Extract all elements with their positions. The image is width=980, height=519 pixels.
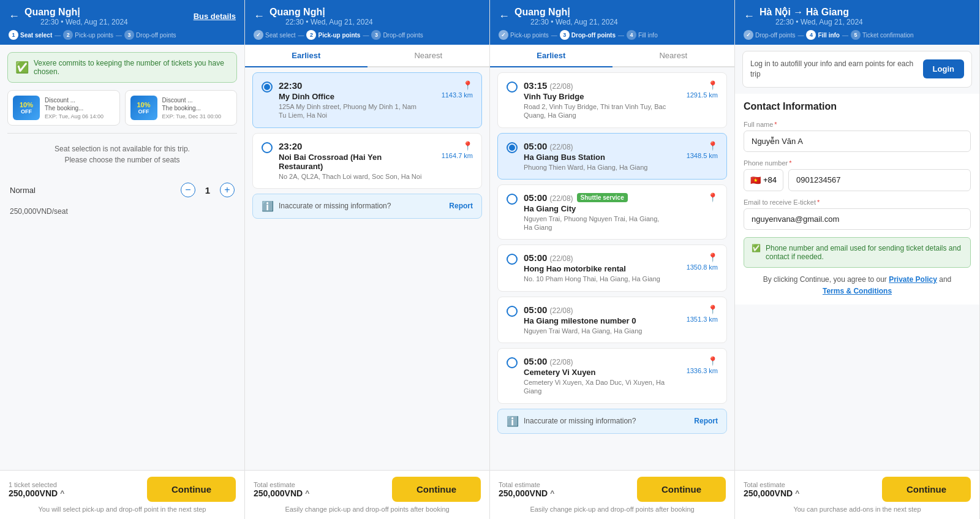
dropoff-item-5[interactable]: 05:00 (22/08) Cemetery Vi Xuyen Cemetery… (497, 348, 727, 404)
price-chevron-4[interactable]: ^ (795, 489, 799, 498)
panel-body-3: Earliest Nearest 03:15 (22/08) Vinh Tuy … (490, 45, 734, 470)
step-confirm: 5 Ticket confirmation (851, 30, 914, 40)
full-name-label: Full name * (744, 121, 971, 128)
dropoff-pin-5: 📍 (707, 356, 718, 366)
price-chevron-1[interactable]: ^ (60, 489, 64, 498)
email-field: Email to receive E-ticket * (744, 199, 971, 230)
back-arrow-2[interactable]: ← (254, 10, 265, 23)
dropoff-item-1[interactable]: 05:00 (22/08) Ha Giang Bus Station Phuon… (497, 133, 727, 180)
footer-note-1: You will select pick-up and drop-off poi… (9, 506, 236, 513)
step-done-pickup: ✓ Pick-up points (499, 30, 549, 40)
continue-btn-4[interactable]: Continue (882, 477, 971, 502)
continue-btn-1[interactable]: Continue (147, 477, 236, 502)
login-btn[interactable]: Login (923, 59, 964, 78)
location-item-0[interactable]: 22:30 My Dinh Office 125A My Dinh street… (252, 72, 482, 128)
trip-title-2: Quang Nghị (270, 6, 373, 18)
dropoff-pin-3: 📍 (707, 252, 718, 262)
dropoff-pin-4: 📍 (707, 305, 718, 314)
header-2: ← Quang Nghị 22:30 • Wed, Aug 21, 2024 ✓… (245, 0, 489, 45)
contact-title: Contact Information (744, 101, 971, 112)
dropoff-item-2[interactable]: 05:00 (22/08) Shuttle service Ha Giang C… (497, 184, 727, 240)
report-link-2[interactable]: Report (449, 202, 473, 210)
trip-title-1: Quang Nghị (24, 6, 128, 18)
price-chevron-3[interactable]: ^ (550, 489, 554, 498)
inaccurate-box-3: ℹ️ Inaccurate or missing information? Re… (497, 409, 727, 434)
info-icon-3: ℹ️ (507, 415, 519, 427)
dropoff-item-3[interactable]: 05:00 (22/08) Hong Hao motorbike rental … (497, 244, 727, 291)
continue-btn-3[interactable]: Continue (637, 477, 726, 502)
seat-controls: − 1 + (181, 183, 235, 197)
footer-label-2: Total estimate (254, 481, 309, 488)
seat-price: 250,000VND/seat (0, 205, 244, 223)
tab-nearest-2[interactable]: Nearest (368, 45, 490, 67)
footer-note-3: Easily change pick-up and drop-off point… (499, 506, 726, 513)
dropoff-pin-2: 📍 (707, 192, 718, 202)
header-1: ← Quang Nghị 22:30 • Wed, Aug 21, 2024 B… (0, 0, 244, 45)
loc-time-1: 23:20 (279, 141, 424, 151)
footer-price-4: 250,000VND (744, 488, 793, 498)
dropoff-item-4[interactable]: 05:00 (22/08) Ha Giang milestone number … (497, 297, 727, 343)
dropoff-pin-1: 📍 (707, 141, 718, 151)
discount-sub-2: The booking... (162, 104, 222, 112)
seat-decrease-btn[interactable]: − (181, 183, 195, 197)
inaccurate-text-2: Inaccurate or missing information? (279, 202, 391, 210)
tab-nearest-3[interactable]: Nearest (612, 45, 735, 67)
step-active-fill: 4 Fill info (806, 30, 840, 40)
phone-prefix[interactable]: 🇻🇳 +84 (744, 169, 783, 191)
back-arrow-1[interactable]: ← (9, 10, 20, 23)
dropoff-addr-1: Phuong Thien Ward, Ha Giang, Ha Giang (524, 163, 669, 172)
tab-earliest-2[interactable]: Earliest (245, 45, 368, 67)
dropoff-item-0[interactable]: 03:15 (22/08) Vinh Tuy Bridge Road 2, Vi… (497, 72, 727, 128)
footer-price-1: 250,000VND (9, 488, 58, 498)
check-icon-policy: ✅ (752, 244, 761, 252)
email-input[interactable] (744, 208, 971, 230)
step-done-dropoff: ✓ Drop-off points (744, 30, 795, 40)
location-item-1[interactable]: 23:20 Noi Bai Crossroad (Hai Yen Restaur… (252, 133, 482, 189)
step-done-seat: ✓ Seat select (254, 30, 295, 40)
seat-unavailable-msg: Seat selection is not available for this… (0, 134, 244, 175)
phone-label: Phone number * (744, 159, 971, 167)
full-name-input[interactable] (744, 131, 971, 152)
loc-addr-1: No 2A, QL2A, Thach Loi ward, Soc Son, Ha… (279, 172, 424, 181)
discount-card-2[interactable]: 10% OFF Discount ... The booking... EXP:… (125, 90, 238, 126)
trip-title-3: Quang Nghị (514, 6, 618, 18)
seat-type-label: Normal (10, 186, 36, 195)
footer-1: 1 ticket selected 250,000VND ^ Continue … (0, 470, 244, 519)
dropoff-name-4: Ha Giang milestone number 0 (524, 316, 669, 325)
dropoff-name-0: Vinh Tuy Bridge (524, 92, 669, 101)
dropoff-radio-5 (507, 357, 518, 368)
discount-exp-2: EXP: Tue, Dec 31 00:00 (162, 113, 222, 119)
dropoff-radio-3 (507, 254, 518, 265)
step-active-dropoff: 3 Drop-off points (560, 30, 616, 40)
footer-note-2: Easily change pick-up and drop-off point… (254, 506, 481, 513)
inaccurate-box-2: ℹ️ Inaccurate or missing information? Re… (252, 194, 482, 219)
dropoff-radio-2 (507, 194, 518, 205)
dropoff-dist-0: 1291.5 km (687, 91, 718, 99)
bus-details-link[interactable]: Bus details (194, 12, 236, 21)
discount-pct-1: 10% (20, 101, 33, 108)
check-icon: ✅ (15, 61, 29, 74)
dropoff-dist-5: 1336.3 km (687, 367, 718, 374)
phone-input[interactable] (788, 169, 971, 191)
dropoff-addr-2: Nguyen Trai, Phuong Nguyen Trai, Ha Gian… (524, 214, 669, 232)
report-link-3[interactable]: Report (694, 417, 718, 425)
back-arrow-4[interactable]: ← (744, 10, 755, 23)
panel-body-1: ✅ Vexere commits to keeping the number o… (0, 45, 244, 470)
dropoff-radio-4 (507, 306, 518, 317)
trip-subtitle-1: 22:30 • Wed, Aug 21, 2024 (40, 18, 128, 26)
discount-sub-1: The booking... (45, 104, 104, 112)
price-chevron-2[interactable]: ^ (305, 489, 309, 498)
loc-dist-1: 1164.7 km (442, 152, 473, 159)
terms-conditions-link[interactable]: Terms & Conditions (823, 287, 892, 295)
flag-icon: 🇻🇳 (750, 175, 761, 185)
discount-card-1[interactable]: 10% OFF Discount ... The booking... EXP:… (7, 90, 120, 126)
tab-earliest-3[interactable]: Earliest (490, 45, 612, 67)
step-fill-info: 4 Fill info (627, 30, 658, 40)
seat-increase-btn[interactable]: + (220, 183, 235, 197)
back-arrow-3[interactable]: ← (499, 10, 510, 23)
continue-btn-2[interactable]: Continue (392, 477, 481, 502)
pin-icon-0: 📍 (462, 80, 473, 90)
private-policy-link[interactable]: Private Policy (889, 275, 937, 284)
radio-0 (262, 81, 273, 93)
dropoff-addr-4: Nguyen Trai Ward, Ha Giang, Ha Giang (524, 327, 669, 335)
